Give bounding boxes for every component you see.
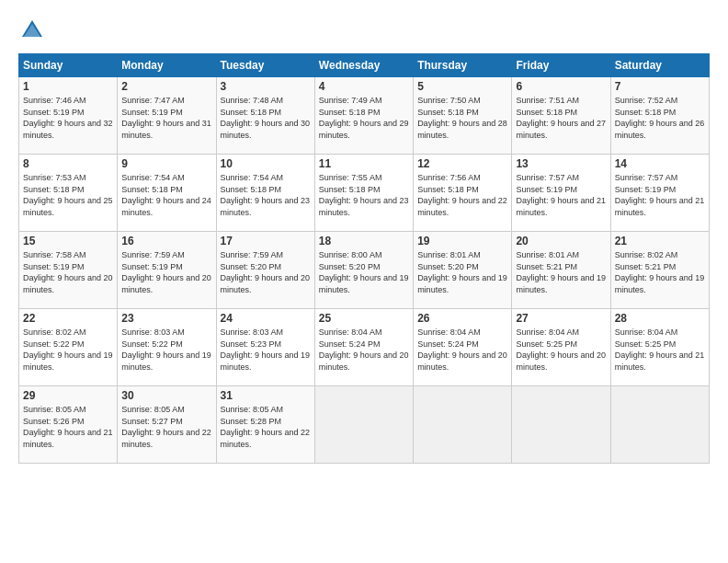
day-cell: 22 Sunrise: 8:02 AMSunset: 5:22 PMDaylig…: [19, 309, 118, 386]
day-info: Sunrise: 8:05 AMSunset: 5:28 PMDaylight:…: [221, 404, 311, 450]
day-number: 25: [319, 312, 409, 325]
header-row: SundayMondayTuesdayWednesdayThursdayFrid…: [19, 54, 710, 77]
day-number: 13: [516, 157, 606, 170]
day-cell: 1 Sunrise: 7:46 AMSunset: 5:19 PMDayligh…: [19, 77, 118, 155]
day-cell: [512, 386, 610, 464]
day-cell: 16 Sunrise: 7:59 AMSunset: 5:19 PMDaylig…: [118, 232, 216, 309]
day-header-thursday: Thursday: [414, 54, 512, 77]
day-info: Sunrise: 7:47 AMSunset: 5:19 PMDaylight:…: [121, 95, 211, 141]
day-header-wednesday: Wednesday: [314, 54, 413, 77]
day-info: Sunrise: 8:04 AMSunset: 5:25 PMDaylight:…: [516, 327, 606, 373]
day-header-tuesday: Tuesday: [216, 54, 314, 77]
day-cell: 13 Sunrise: 7:57 AMSunset: 5:19 PMDaylig…: [512, 155, 610, 232]
day-info: Sunrise: 7:51 AMSunset: 5:18 PMDaylight:…: [516, 95, 606, 141]
day-cell: 21 Sunrise: 8:02 AMSunset: 5:21 PMDaylig…: [610, 232, 709, 309]
day-cell: 23 Sunrise: 8:03 AMSunset: 5:22 PMDaylig…: [118, 309, 216, 386]
day-info: Sunrise: 7:50 AMSunset: 5:18 PMDaylight:…: [417, 95, 507, 141]
day-header-friday: Friday: [512, 54, 610, 77]
day-number: 6: [516, 80, 606, 93]
day-cell: 14 Sunrise: 7:57 AMSunset: 5:19 PMDaylig…: [610, 155, 709, 232]
day-cell: 24 Sunrise: 8:03 AMSunset: 5:23 PMDaylig…: [216, 309, 314, 386]
day-number: 28: [615, 312, 705, 325]
day-header-monday: Monday: [118, 54, 216, 77]
day-info: Sunrise: 8:02 AMSunset: 5:22 PMDaylight:…: [23, 327, 113, 373]
day-cell: 26 Sunrise: 8:04 AMSunset: 5:24 PMDaylig…: [414, 309, 512, 386]
logo: [18, 17, 50, 44]
day-number: 22: [23, 312, 113, 325]
day-number: 17: [221, 235, 311, 247]
day-info: Sunrise: 7:46 AMSunset: 5:19 PMDaylight:…: [23, 95, 113, 141]
day-cell: 7 Sunrise: 7:52 AMSunset: 5:18 PMDayligh…: [610, 77, 709, 155]
page: SundayMondayTuesdayWednesdayThursdayFrid…: [0, 0, 728, 477]
day-cell: 30 Sunrise: 8:05 AMSunset: 5:27 PMDaylig…: [118, 386, 216, 464]
day-cell: 8 Sunrise: 7:53 AMSunset: 5:18 PMDayligh…: [19, 155, 118, 232]
day-info: Sunrise: 8:01 AMSunset: 5:20 PMDaylight:…: [417, 249, 507, 295]
day-cell: [414, 386, 512, 464]
day-cell: 19 Sunrise: 8:01 AMSunset: 5:20 PMDaylig…: [414, 232, 512, 309]
day-info: Sunrise: 8:02 AMSunset: 5:21 PMDaylight:…: [615, 249, 705, 295]
day-number: 7: [615, 80, 705, 93]
day-cell: 28 Sunrise: 8:04 AMSunset: 5:25 PMDaylig…: [610, 309, 709, 386]
day-info: Sunrise: 8:00 AMSunset: 5:20 PMDaylight:…: [319, 249, 409, 295]
week-row-4: 22 Sunrise: 8:02 AMSunset: 5:22 PMDaylig…: [19, 309, 710, 386]
day-cell: [314, 386, 413, 464]
day-cell: 31 Sunrise: 8:05 AMSunset: 5:28 PMDaylig…: [216, 386, 314, 464]
day-cell: 29 Sunrise: 8:05 AMSunset: 5:26 PMDaylig…: [19, 386, 118, 464]
day-info: Sunrise: 7:53 AMSunset: 5:18 PMDaylight:…: [23, 172, 113, 218]
day-info: Sunrise: 7:57 AMSunset: 5:19 PMDaylight:…: [615, 172, 705, 218]
day-info: Sunrise: 8:03 AMSunset: 5:23 PMDaylight:…: [221, 327, 311, 373]
day-info: Sunrise: 7:57 AMSunset: 5:19 PMDaylight:…: [516, 172, 606, 218]
day-number: 2: [121, 80, 211, 93]
day-info: Sunrise: 8:03 AMSunset: 5:22 PMDaylight:…: [121, 327, 211, 373]
day-info: Sunrise: 8:05 AMSunset: 5:27 PMDaylight:…: [121, 404, 211, 450]
day-number: 3: [221, 80, 311, 93]
week-row-5: 29 Sunrise: 8:05 AMSunset: 5:26 PMDaylig…: [19, 386, 710, 464]
day-info: Sunrise: 7:49 AMSunset: 5:18 PMDaylight:…: [319, 95, 409, 141]
day-cell: [610, 386, 709, 464]
day-number: 18: [319, 235, 409, 247]
day-info: Sunrise: 8:04 AMSunset: 5:24 PMDaylight:…: [417, 327, 507, 373]
week-row-1: 1 Sunrise: 7:46 AMSunset: 5:19 PMDayligh…: [19, 77, 710, 155]
day-number: 24: [221, 312, 311, 325]
day-number: 27: [516, 312, 606, 325]
day-cell: 6 Sunrise: 7:51 AMSunset: 5:18 PMDayligh…: [512, 77, 610, 155]
day-info: Sunrise: 7:59 AMSunset: 5:19 PMDaylight:…: [121, 249, 211, 295]
day-number: 8: [23, 157, 113, 170]
day-cell: 10 Sunrise: 7:54 AMSunset: 5:18 PMDaylig…: [216, 155, 314, 232]
day-number: 19: [417, 235, 507, 247]
day-cell: 20 Sunrise: 8:01 AMSunset: 5:21 PMDaylig…: [512, 232, 610, 309]
day-number: 16: [121, 235, 211, 247]
day-number: 5: [417, 80, 507, 93]
day-info: Sunrise: 7:58 AMSunset: 5:19 PMDaylight:…: [23, 249, 113, 295]
logo-icon: [18, 17, 46, 44]
day-cell: 18 Sunrise: 8:00 AMSunset: 5:20 PMDaylig…: [314, 232, 413, 309]
day-number: 14: [615, 157, 705, 170]
day-number: 21: [615, 235, 705, 247]
day-number: 10: [221, 157, 311, 170]
day-cell: 15 Sunrise: 7:58 AMSunset: 5:19 PMDaylig…: [19, 232, 118, 309]
day-info: Sunrise: 7:54 AMSunset: 5:18 PMDaylight:…: [221, 172, 311, 218]
week-row-2: 8 Sunrise: 7:53 AMSunset: 5:18 PMDayligh…: [19, 155, 710, 232]
day-info: Sunrise: 8:04 AMSunset: 5:25 PMDaylight:…: [615, 327, 705, 373]
day-cell: 17 Sunrise: 7:59 AMSunset: 5:20 PMDaylig…: [216, 232, 314, 309]
day-number: 1: [23, 80, 113, 93]
day-info: Sunrise: 7:56 AMSunset: 5:18 PMDaylight:…: [417, 172, 507, 218]
day-number: 23: [121, 312, 211, 325]
day-cell: 11 Sunrise: 7:55 AMSunset: 5:18 PMDaylig…: [314, 155, 413, 232]
day-info: Sunrise: 8:01 AMSunset: 5:21 PMDaylight:…: [516, 249, 606, 295]
day-cell: 5 Sunrise: 7:50 AMSunset: 5:18 PMDayligh…: [414, 77, 512, 155]
day-cell: 27 Sunrise: 8:04 AMSunset: 5:25 PMDaylig…: [512, 309, 610, 386]
calendar-table: SundayMondayTuesdayWednesdayThursdayFrid…: [18, 53, 710, 464]
day-number: 12: [417, 157, 507, 170]
day-cell: 9 Sunrise: 7:54 AMSunset: 5:18 PMDayligh…: [118, 155, 216, 232]
day-info: Sunrise: 7:48 AMSunset: 5:18 PMDaylight:…: [221, 95, 311, 141]
day-cell: 3 Sunrise: 7:48 AMSunset: 5:18 PMDayligh…: [216, 77, 314, 155]
day-info: Sunrise: 8:04 AMSunset: 5:24 PMDaylight:…: [319, 327, 409, 373]
day-number: 11: [319, 157, 409, 170]
day-number: 15: [23, 235, 113, 247]
day-cell: 25 Sunrise: 8:04 AMSunset: 5:24 PMDaylig…: [314, 309, 413, 386]
day-number: 31: [221, 389, 311, 402]
day-info: Sunrise: 7:55 AMSunset: 5:18 PMDaylight:…: [319, 172, 409, 218]
day-info: Sunrise: 7:59 AMSunset: 5:20 PMDaylight:…: [221, 249, 311, 295]
day-number: 26: [417, 312, 507, 325]
